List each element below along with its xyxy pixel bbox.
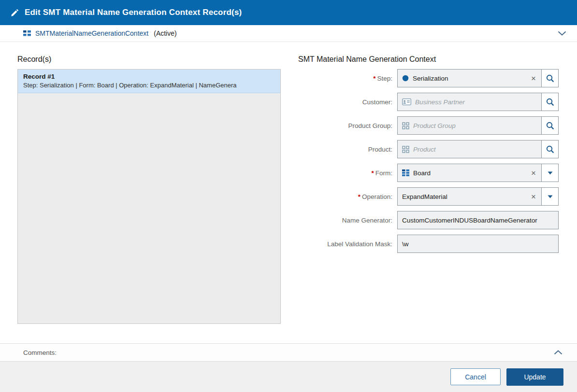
records-panel-title: Record(s): [17, 55, 281, 64]
required-asterisk: *: [358, 193, 361, 200]
field-row-label-validation-mask: Label Validation Mask:\w: [298, 235, 561, 253]
step-circle-icon: [402, 75, 409, 82]
record-list-item[interactable]: Record #1Step: Serialization | Form: Boa…: [18, 70, 280, 93]
field-input-product[interactable]: Product: [397, 140, 542, 158]
input-group-customer: Business Partner: [397, 93, 559, 111]
field-label-operation: *Operation:: [298, 193, 397, 200]
input-group-product: Product: [397, 140, 559, 158]
record-title: Record #1: [23, 73, 275, 80]
field-value-label-validation-mask: \w: [402, 240, 554, 248]
clear-icon[interactable]: ×: [530, 169, 537, 177]
cancel-button[interactable]: Cancel: [450, 368, 501, 385]
input-group-name-generator: CustomCustomerINDUSBoardNameGenerator: [397, 211, 559, 229]
field-value-step: Serialization: [413, 75, 526, 82]
field-input-operation[interactable]: ExpandMaterial×: [397, 187, 542, 206]
form-panel-title: SMT Material Name Generation Context: [298, 55, 561, 64]
field-placeholder-product: Product: [413, 146, 537, 153]
field-label-form: *Form:: [298, 169, 397, 177]
field-row-form: *Form:Board×: [298, 164, 561, 182]
dropdown-button-form[interactable]: [541, 164, 559, 182]
input-group-operation: ExpandMaterial×: [397, 187, 559, 206]
field-input-step[interactable]: Serialization×: [397, 69, 542, 87]
field-label-step: *Step:: [298, 75, 397, 82]
form-table-icon: [402, 169, 409, 176]
page-title: Edit SMT Material Name Generation Contex…: [25, 8, 242, 17]
comments-bar: Comments:: [0, 343, 577, 361]
input-group-step: Serialization×: [397, 69, 559, 87]
field-input-name-generator[interactable]: CustomCustomerINDUSBoardNameGenerator: [397, 211, 559, 229]
entity-header: SMTMaterialNameGenerationContext (Active…: [0, 25, 577, 42]
field-value-form: Board: [413, 169, 526, 177]
chevron-down-icon[interactable]: [556, 29, 568, 38]
form-fields: *Step:Serialization×Customer:Business Pa…: [298, 69, 561, 253]
business-partner-icon: [402, 98, 411, 105]
field-row-step: *Step:Serialization×: [298, 69, 561, 87]
search-button-step[interactable]: [541, 69, 559, 87]
field-label-label-validation-mask: Label Validation Mask:: [298, 240, 397, 248]
field-input-customer[interactable]: Business Partner: [397, 93, 542, 111]
entity-status: (Active): [154, 29, 176, 37]
search-button-customer[interactable]: [541, 93, 559, 111]
clear-icon[interactable]: ×: [530, 193, 537, 201]
records-panel: Record(s) Record #1Step: Serialization |…: [17, 42, 281, 324]
input-group-label-validation-mask: \w: [397, 235, 559, 253]
field-row-product: Product:Product: [298, 140, 561, 158]
form-panel: SMT Material Name Generation Context *St…: [298, 42, 561, 324]
update-button[interactable]: Update: [506, 368, 563, 386]
field-row-customer: Customer:Business Partner: [298, 93, 561, 111]
field-value-name-generator: CustomCustomerINDUSBoardNameGenerator: [402, 217, 554, 224]
field-label-product: Product:: [298, 146, 397, 153]
footer-bar: Cancel Update: [0, 361, 577, 392]
field-label-product-group: Product Group:: [298, 122, 397, 129]
search-button-product[interactable]: [541, 140, 559, 158]
required-asterisk: *: [371, 169, 374, 177]
clear-icon[interactable]: ×: [530, 74, 537, 83]
entity-name: SMTMaterialNameGenerationContext: [35, 29, 148, 37]
record-subtitle: Step: Serialization | Form: Board | Oper…: [23, 82, 275, 89]
input-group-form: Board×: [397, 164, 559, 182]
chevron-up-icon[interactable]: [552, 348, 564, 357]
field-placeholder-product-group: Product Group: [413, 122, 537, 129]
required-asterisk: *: [373, 75, 375, 82]
product-group-icon: [402, 122, 409, 129]
field-row-name-generator: Name Generator:CustomCustomerINDUSBoardN…: [298, 211, 561, 229]
main-content: Record(s) Record #1Step: Serialization |…: [0, 42, 577, 324]
field-row-product-group: Product Group:Product Group: [298, 116, 561, 135]
dropdown-button-operation[interactable]: [541, 187, 559, 206]
field-value-operation: ExpandMaterial: [402, 193, 526, 200]
field-label-name-generator: Name Generator:: [298, 217, 397, 224]
field-row-operation: *Operation:ExpandMaterial×: [298, 187, 561, 206]
field-input-product-group[interactable]: Product Group: [397, 116, 542, 135]
record-list: Record #1Step: Serialization | Form: Boa…: [17, 69, 281, 324]
product-icon: [402, 146, 409, 153]
search-button-product-group[interactable]: [541, 116, 559, 135]
field-placeholder-customer: Business Partner: [415, 98, 537, 106]
edit-pencil-icon: [11, 9, 19, 17]
field-input-label-validation-mask[interactable]: \w: [397, 235, 559, 253]
title-bar: Edit SMT Material Name Generation Contex…: [0, 0, 577, 25]
entity-table-icon: [23, 30, 31, 37]
input-group-product-group: Product Group: [397, 116, 559, 135]
comments-label: Comments:: [23, 349, 57, 356]
field-input-form[interactable]: Board×: [397, 164, 542, 182]
field-label-customer: Customer:: [298, 98, 397, 106]
